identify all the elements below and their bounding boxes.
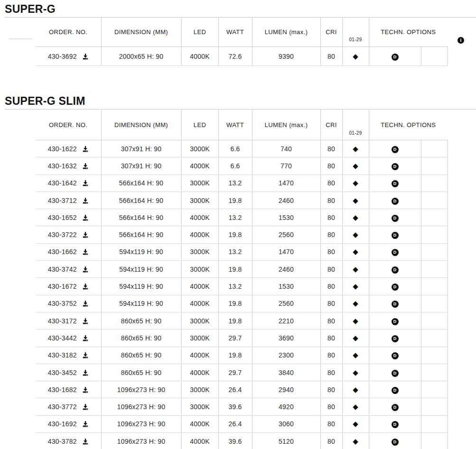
- watt-cell: 39.6: [218, 398, 252, 415]
- download-icon[interactable]: [82, 180, 89, 186]
- order-no-cell: 430-1632: [36, 157, 101, 174]
- color-availability-cell: ◆: [342, 398, 369, 415]
- download-icon[interactable]: [82, 318, 89, 324]
- download-icon[interactable]: [82, 53, 89, 60]
- download-icon[interactable]: [82, 352, 89, 358]
- download-icon[interactable]: [82, 335, 89, 341]
- download-icon[interactable]: [82, 197, 89, 204]
- download-icon[interactable]: [82, 231, 89, 238]
- col-header-order-no: ORDER. NO.: [36, 18, 101, 47]
- watt-cell: 13.2: [218, 209, 252, 226]
- download-icon[interactable]: [82, 214, 89, 221]
- diamond-icon: ◆: [353, 230, 358, 238]
- dimension-cell: 1096x273 H: 90: [101, 381, 181, 398]
- dimmable-icon: D: [392, 54, 399, 61]
- download-icon[interactable]: [82, 163, 89, 169]
- download-icon[interactable]: [82, 403, 89, 410]
- lumen-cell: 3840: [252, 364, 320, 381]
- table-row: 430-1672 594x119 H: 90 4000K 13.2 1530 8…: [36, 278, 448, 295]
- led-cell: 3000K: [181, 243, 218, 260]
- techn-options-cell: D: [369, 226, 421, 243]
- dimmable-icon: D: [392, 198, 399, 205]
- diamond-icon: ◆: [353, 179, 358, 187]
- lumen-cell: 3690: [252, 330, 320, 347]
- techn-options-cell: D: [369, 312, 421, 329]
- col-header-cri: CRI: [320, 110, 342, 140]
- download-icon[interactable]: [82, 421, 89, 427]
- diamond-icon: ◆: [353, 282, 358, 290]
- table-row: 430-3452 860x65 H: 90 4000K 29.7 3840 80…: [36, 364, 448, 381]
- download-icon[interactable]: [82, 438, 89, 445]
- order-no-cell: 430-3752: [36, 295, 101, 312]
- download-icon[interactable]: [82, 146, 89, 152]
- order-number: 430-3692: [48, 53, 77, 60]
- cri-cell: 80: [320, 364, 342, 381]
- col-header-cri: CRI: [320, 18, 342, 47]
- table-row: 430-1642 566x164 H: 90 3000K 13.2 1470 8…: [36, 174, 448, 192]
- product-image-placeholder: [9, 38, 32, 39]
- download-icon[interactable]: [82, 283, 89, 290]
- color-availability-cell: ◆: [342, 261, 369, 278]
- color-availability-cell: ◆: [342, 312, 369, 329]
- color-availability-cell: ◆: [342, 243, 369, 260]
- section-super-g: SUPER-G i ORDER. NO. DIMENSION (MM) LED …: [5, 3, 476, 66]
- dimension-cell: 566x164 H: 90: [101, 226, 181, 243]
- table-row: 430-3442 860x65 H: 90 3000K 29.7 3690 80…: [36, 330, 448, 347]
- led-cell: 3000K: [181, 261, 218, 278]
- led-cell: 4000K: [181, 295, 218, 312]
- techn-options-cell: D: [369, 364, 421, 381]
- download-icon[interactable]: [82, 300, 89, 307]
- lumen-cell: 2460: [252, 192, 320, 209]
- order-no-cell: 430-1652: [36, 209, 101, 226]
- techn-options-cell: D: [369, 261, 421, 278]
- cri-cell: 80: [320, 330, 342, 347]
- diamond-icon: ◆: [353, 403, 358, 411]
- watt-cell: 19.8: [218, 261, 252, 278]
- col-header-lumen: LUMEN (max.): [252, 110, 320, 140]
- empty-cell: [421, 347, 448, 364]
- header-row: ORDER. NO. DIMENSION (MM) LED WATT LUMEN…: [36, 110, 448, 140]
- download-icon[interactable]: [82, 386, 89, 393]
- col-header-led: LED: [181, 18, 218, 47]
- table-row: 430-1662 594x119 H: 90 3000K 13.2 1470 8…: [36, 243, 448, 260]
- section-title: SUPER-G SLIM: [5, 95, 476, 107]
- dimmable-icon: D: [392, 163, 399, 170]
- download-icon[interactable]: [82, 248, 89, 255]
- cri-cell: 80: [320, 381, 342, 398]
- info-icon[interactable]: i: [457, 37, 464, 44]
- empty-cell: [421, 243, 448, 260]
- table-row: 430-3752 594x119 H: 90 4000K 19.8 2560 8…: [36, 295, 448, 312]
- order-no-cell: 430-3452: [36, 364, 101, 381]
- dimension-cell: 860x65 H: 90: [101, 347, 181, 364]
- led-cell: 4000K: [181, 157, 218, 174]
- table-row: 430-1692 1096x273 H: 90 4000K 26.4 3060 …: [36, 415, 448, 432]
- cri-cell: 80: [320, 174, 342, 192]
- color-availability-cell: ◆: [342, 278, 369, 295]
- section-title: SUPER-G: [5, 3, 476, 15]
- dimension-cell: 594x119 H: 90: [101, 295, 181, 312]
- order-no-cell: 430-1642: [36, 174, 101, 192]
- dimmable-icon: D: [392, 301, 399, 308]
- empty-cell: [421, 157, 448, 174]
- color-availability-cell: ◆: [342, 47, 369, 66]
- techn-options-cell: D: [369, 192, 421, 209]
- col-header-techn-options: TECHN. OPTIONS: [369, 18, 448, 47]
- dimmable-icon: D: [392, 335, 399, 342]
- cri-cell: 80: [320, 226, 342, 243]
- empty-cell: [421, 433, 448, 449]
- dimmable-icon: D: [392, 215, 399, 222]
- cri-cell: 80: [320, 192, 342, 209]
- order-number: 430-1672: [48, 283, 77, 290]
- lumen-cell: 3060: [252, 415, 320, 432]
- lumen-cell: 2940: [252, 381, 320, 398]
- lumen-cell: 2560: [252, 295, 320, 312]
- order-no-cell: 430-1662: [36, 243, 101, 260]
- techn-options-cell: D: [369, 295, 421, 312]
- watt-cell: 19.8: [218, 226, 252, 243]
- techn-options-cell: D: [369, 398, 421, 415]
- download-icon[interactable]: [82, 369, 89, 376]
- download-icon[interactable]: [82, 266, 89, 273]
- order-number: 430-1622: [48, 145, 77, 153]
- techn-options-cell: D: [369, 47, 421, 66]
- order-number: 430-1692: [48, 420, 77, 428]
